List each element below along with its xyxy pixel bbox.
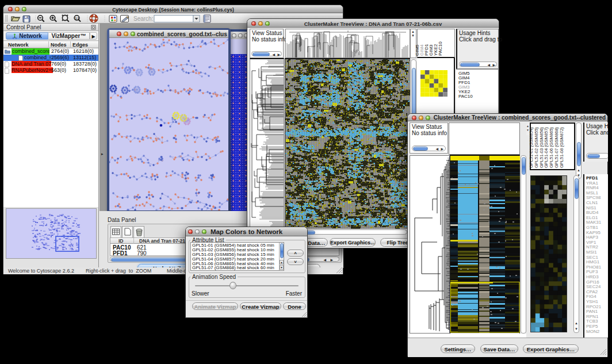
svg-text:Search:: Search: (133, 16, 153, 22)
svg-text:1:1: 1:1 (75, 17, 79, 20)
